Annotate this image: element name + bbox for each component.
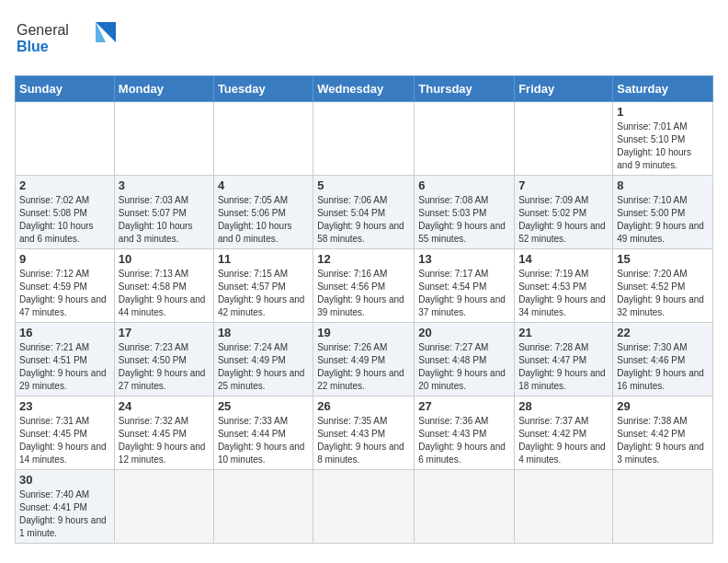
calendar-cell [415, 470, 515, 544]
day-info: Sunrise: 7:26 AM Sunset: 4:49 PM Dayligh… [317, 341, 410, 393]
day-number: 2 [19, 178, 110, 192]
day-info: Sunrise: 7:30 AM Sunset: 4:46 PM Dayligh… [617, 341, 709, 393]
day-number: 16 [19, 326, 110, 339]
logo-text: General Blue [15, 15, 116, 64]
calendar-cell: 15Sunrise: 7:20 AM Sunset: 4:52 PM Dayli… [613, 249, 713, 323]
day-number: 18 [218, 326, 309, 339]
day-info: Sunrise: 7:36 AM Sunset: 4:43 PM Dayligh… [418, 415, 510, 466]
week-row-2: 9Sunrise: 7:12 AM Sunset: 4:59 PM Daylig… [16, 249, 713, 323]
calendar-cell: 4Sunrise: 7:05 AM Sunset: 5:06 PM Daylig… [213, 176, 313, 249]
week-row-4: 23Sunrise: 7:31 AM Sunset: 4:45 PM Dayli… [16, 396, 713, 470]
calendar-cell [613, 470, 713, 544]
day-number: 25 [218, 399, 309, 413]
day-info: Sunrise: 7:19 AM Sunset: 4:53 PM Dayligh… [518, 268, 609, 319]
calendar-cell: 7Sunrise: 7:09 AM Sunset: 5:02 PM Daylig… [515, 176, 613, 249]
weekday-header-sunday: Sunday [16, 76, 115, 102]
calendar-cell [313, 470, 415, 544]
calendar-cell: 10Sunrise: 7:13 AM Sunset: 4:58 PM Dayli… [114, 249, 213, 323]
calendar-cell: 16Sunrise: 7:21 AM Sunset: 4:51 PM Dayli… [16, 323, 115, 396]
calendar-cell: 18Sunrise: 7:24 AM Sunset: 4:49 PM Dayli… [213, 323, 313, 396]
day-info: Sunrise: 7:38 AM Sunset: 4:42 PM Dayligh… [617, 415, 709, 466]
day-number: 19 [317, 326, 410, 339]
calendar-cell: 13Sunrise: 7:17 AM Sunset: 4:54 PM Dayli… [415, 249, 515, 323]
svg-text:Blue: Blue [17, 39, 49, 54]
calendar-cell: 21Sunrise: 7:28 AM Sunset: 4:47 PM Dayli… [515, 323, 613, 396]
calendar-cell: 23Sunrise: 7:31 AM Sunset: 4:45 PM Dayli… [16, 396, 115, 470]
calendar-cell [415, 102, 515, 176]
day-info: Sunrise: 7:24 AM Sunset: 4:49 PM Dayligh… [218, 341, 309, 393]
calendar-cell: 11Sunrise: 7:15 AM Sunset: 4:57 PM Dayli… [213, 249, 313, 323]
day-info: Sunrise: 7:10 AM Sunset: 5:00 PM Dayligh… [617, 194, 709, 246]
weekday-header-saturday: Saturday [613, 76, 713, 102]
header: General Blue [15, 15, 713, 64]
day-number: 4 [218, 178, 309, 192]
weekday-header-wednesday: Wednesday [313, 76, 415, 102]
calendar-cell: 27Sunrise: 7:36 AM Sunset: 4:43 PM Dayli… [415, 396, 515, 470]
day-info: Sunrise: 7:27 AM Sunset: 4:48 PM Dayligh… [418, 341, 510, 393]
logo: General Blue [15, 15, 116, 64]
weekday-header-tuesday: Tuesday [213, 76, 313, 102]
day-info: Sunrise: 7:12 AM Sunset: 4:59 PM Dayligh… [19, 268, 110, 319]
day-number: 22 [617, 326, 709, 339]
calendar-cell [515, 102, 613, 176]
calendar-cell [213, 102, 313, 176]
day-number: 5 [317, 178, 410, 192]
day-info: Sunrise: 7:23 AM Sunset: 4:50 PM Dayligh… [119, 341, 210, 393]
day-number: 12 [317, 252, 410, 266]
calendar-cell [16, 102, 115, 176]
day-number: 30 [19, 473, 110, 487]
calendar-cell: 8Sunrise: 7:10 AM Sunset: 5:00 PM Daylig… [613, 176, 713, 249]
calendar-cell: 24Sunrise: 7:32 AM Sunset: 4:45 PM Dayli… [114, 396, 213, 470]
day-number: 26 [317, 399, 410, 413]
day-number: 3 [119, 178, 210, 192]
day-number: 24 [119, 399, 210, 413]
week-row-5: 30Sunrise: 7:40 AM Sunset: 4:41 PM Dayli… [16, 470, 713, 544]
page: General Blue SundayMondayTuesdayWednesda… [0, 0, 728, 558]
calendar-cell: 3Sunrise: 7:03 AM Sunset: 5:07 PM Daylig… [114, 176, 213, 249]
calendar-cell [213, 470, 313, 544]
day-info: Sunrise: 7:03 AM Sunset: 5:07 PM Dayligh… [119, 194, 210, 246]
calendar-cell: 14Sunrise: 7:19 AM Sunset: 4:53 PM Dayli… [515, 249, 613, 323]
calendar-cell [313, 102, 415, 176]
day-number: 13 [418, 252, 510, 266]
day-number: 27 [418, 399, 510, 413]
day-number: 10 [119, 252, 210, 266]
weekday-header-monday: Monday [114, 76, 213, 102]
calendar-cell: 1Sunrise: 7:01 AM Sunset: 5:10 PM Daylig… [613, 102, 713, 176]
day-number: 6 [418, 178, 510, 192]
calendar-cell: 20Sunrise: 7:27 AM Sunset: 4:48 PM Dayli… [415, 323, 515, 396]
day-number: 11 [218, 252, 309, 266]
calendar-cell: 6Sunrise: 7:08 AM Sunset: 5:03 PM Daylig… [415, 176, 515, 249]
day-info: Sunrise: 7:32 AM Sunset: 4:45 PM Dayligh… [119, 415, 210, 466]
day-info: Sunrise: 7:33 AM Sunset: 4:44 PM Dayligh… [218, 415, 309, 466]
weekday-header-thursday: Thursday [415, 76, 515, 102]
week-row-1: 2Sunrise: 7:02 AM Sunset: 5:08 PM Daylig… [16, 176, 713, 249]
day-info: Sunrise: 7:05 AM Sunset: 5:06 PM Dayligh… [218, 194, 309, 246]
day-number: 14 [518, 252, 609, 266]
calendar-cell: 28Sunrise: 7:37 AM Sunset: 4:42 PM Dayli… [515, 396, 613, 470]
day-info: Sunrise: 7:28 AM Sunset: 4:47 PM Dayligh… [518, 341, 609, 393]
day-number: 15 [617, 252, 709, 266]
svg-text:General: General [17, 22, 69, 38]
day-info: Sunrise: 7:16 AM Sunset: 4:56 PM Dayligh… [317, 268, 410, 319]
day-number: 23 [19, 399, 110, 413]
day-number: 9 [19, 252, 110, 266]
calendar: SundayMondayTuesdayWednesdayThursdayFrid… [15, 75, 713, 544]
calendar-cell: 5Sunrise: 7:06 AM Sunset: 5:04 PM Daylig… [313, 176, 415, 249]
day-info: Sunrise: 7:06 AM Sunset: 5:04 PM Dayligh… [317, 194, 410, 246]
calendar-cell [114, 470, 213, 544]
day-info: Sunrise: 7:02 AM Sunset: 5:08 PM Dayligh… [19, 194, 110, 246]
day-info: Sunrise: 7:01 AM Sunset: 5:10 PM Dayligh… [617, 121, 709, 172]
day-info: Sunrise: 7:35 AM Sunset: 4:43 PM Dayligh… [317, 415, 410, 466]
calendar-cell: 22Sunrise: 7:30 AM Sunset: 4:46 PM Dayli… [613, 323, 713, 396]
calendar-cell: 12Sunrise: 7:16 AM Sunset: 4:56 PM Dayli… [313, 249, 415, 323]
day-info: Sunrise: 7:08 AM Sunset: 5:03 PM Dayligh… [418, 194, 510, 246]
day-info: Sunrise: 7:21 AM Sunset: 4:51 PM Dayligh… [19, 341, 110, 393]
day-info: Sunrise: 7:20 AM Sunset: 4:52 PM Dayligh… [617, 268, 709, 319]
day-info: Sunrise: 7:17 AM Sunset: 4:54 PM Dayligh… [418, 268, 510, 319]
day-number: 29 [617, 399, 709, 413]
week-row-0: 1Sunrise: 7:01 AM Sunset: 5:10 PM Daylig… [16, 102, 713, 176]
calendar-cell [515, 470, 613, 544]
calendar-cell: 17Sunrise: 7:23 AM Sunset: 4:50 PM Dayli… [114, 323, 213, 396]
day-info: Sunrise: 7:15 AM Sunset: 4:57 PM Dayligh… [218, 268, 309, 319]
